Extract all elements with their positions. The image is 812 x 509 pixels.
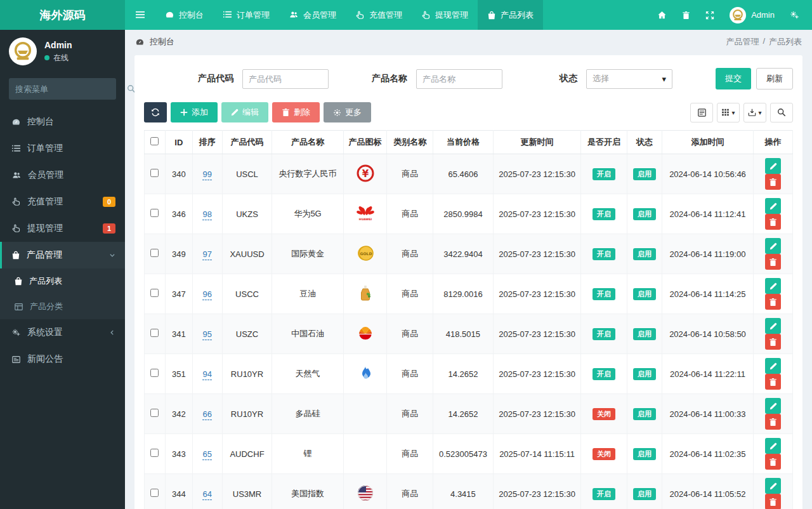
add-button[interactable]: 添加: [171, 102, 218, 122]
row-checkbox[interactable]: [150, 249, 159, 257]
status-select[interactable]: 选择 ▾: [586, 69, 672, 89]
cell-id: 343: [165, 434, 192, 474]
row-delete-button[interactable]: [765, 454, 781, 470]
sort-link[interactable]: 99: [202, 169, 211, 180]
cell-added: 2024-06-14 11:00:33: [662, 394, 753, 434]
status-badge[interactable]: 启用: [633, 448, 656, 460]
select-all-checkbox[interactable]: [150, 137, 159, 145]
row-edit-button[interactable]: [765, 478, 781, 494]
cell-icon: [343, 474, 387, 509]
open-badge[interactable]: 开启: [593, 368, 615, 380]
home-icon[interactable]: [657, 11, 667, 20]
row-delete-button[interactable]: [765, 334, 781, 350]
status-badge[interactable]: 启用: [633, 168, 656, 180]
columns-button[interactable]: ▾: [717, 103, 740, 122]
row-checkbox[interactable]: [150, 369, 159, 377]
row-delete-button[interactable]: [765, 254, 781, 270]
settings-cogs-icon[interactable]: [790, 11, 799, 20]
sidebar-item-4[interactable]: 充值管理0: [0, 188, 125, 215]
sidebar-item-3[interactable]: 会员管理: [0, 162, 125, 188]
pagination-toggle-button[interactable]: [690, 103, 713, 122]
sort-link[interactable]: 66: [202, 409, 211, 420]
reload-button[interactable]: [144, 102, 167, 122]
row-edit-button[interactable]: [765, 238, 781, 254]
row-delete-button[interactable]: [765, 294, 781, 310]
row-checkbox[interactable]: [150, 329, 159, 337]
refresh-button[interactable]: 刷新: [756, 68, 793, 89]
status-badge[interactable]: 启用: [633, 488, 656, 500]
nav-item-5[interactable]: 提现管理: [412, 0, 478, 30]
row-edit-button[interactable]: [765, 358, 781, 374]
trash-icon[interactable]: [682, 11, 690, 20]
user-menu[interactable]: Admin: [730, 7, 775, 23]
submit-button[interactable]: 提交: [716, 68, 751, 89]
sidebar-subitem-2[interactable]: 产品分类: [0, 294, 125, 319]
status-badge[interactable]: 启用: [633, 328, 656, 340]
sidebar-item-6[interactable]: 产品管理: [0, 242, 125, 268]
row-edit-button[interactable]: [765, 438, 781, 454]
product-name-input[interactable]: [416, 69, 502, 89]
row-checkbox[interactable]: [150, 449, 159, 457]
product-code-input[interactable]: [242, 69, 329, 89]
delete-button[interactable]: 删除: [272, 102, 320, 122]
open-badge[interactable]: 开启: [593, 208, 615, 220]
news-icon: [11, 355, 21, 364]
status-badge[interactable]: 启用: [633, 408, 656, 420]
cell-icon: ¥: [343, 154, 387, 194]
sort-link[interactable]: 97: [202, 249, 211, 260]
row-delete-button[interactable]: [765, 374, 781, 390]
row-edit-button[interactable]: [765, 158, 781, 174]
row-checkbox[interactable]: [150, 289, 159, 297]
nav-item-4[interactable]: 充值管理: [346, 0, 412, 30]
row-edit-button[interactable]: [765, 318, 781, 334]
row-edit-button[interactable]: [765, 278, 781, 294]
fullscreen-icon[interactable]: [705, 11, 714, 20]
row-delete-button[interactable]: [765, 214, 781, 230]
sidebar-item-8[interactable]: 新闻公告: [0, 346, 125, 373]
sort-link[interactable]: 65: [202, 449, 211, 460]
nav-item-2[interactable]: 订单管理: [213, 0, 279, 30]
status-badge[interactable]: 启用: [633, 368, 656, 380]
nav-item-6[interactable]: 产品列表: [478, 0, 543, 30]
search-input[interactable]: [15, 84, 127, 94]
row-delete-button[interactable]: [765, 414, 781, 430]
status-badge[interactable]: 启用: [633, 248, 656, 260]
row-edit-button[interactable]: [765, 398, 781, 414]
open-badge[interactable]: 开启: [593, 168, 615, 180]
sidebar-item-1[interactable]: 控制台: [0, 109, 125, 135]
sidebar-subitem-1[interactable]: 产品列表: [0, 268, 125, 294]
open-badge[interactable]: 关闭: [593, 448, 615, 460]
more-button[interactable]: 更多: [324, 102, 371, 122]
row-edit-button[interactable]: [765, 198, 781, 214]
sidebar-toggle-button[interactable]: [125, 0, 155, 30]
open-badge[interactable]: 开启: [593, 288, 615, 300]
sort-link[interactable]: 96: [202, 289, 211, 300]
status-badge[interactable]: 启用: [633, 288, 656, 300]
row-delete-button[interactable]: [765, 494, 781, 509]
open-badge[interactable]: 开启: [593, 248, 615, 260]
sort-link[interactable]: 64: [202, 489, 211, 500]
open-badge[interactable]: 关闭: [593, 408, 615, 420]
row-delete-button[interactable]: [765, 174, 781, 190]
open-badge[interactable]: 开启: [593, 328, 615, 340]
table-search-button[interactable]: [770, 103, 793, 122]
export-button[interactable]: ▾: [743, 103, 766, 122]
sidebar-item-5[interactable]: 提现管理1: [0, 215, 125, 242]
row-checkbox[interactable]: [150, 409, 159, 417]
open-badge[interactable]: 开启: [593, 488, 615, 500]
sidebar-item-2[interactable]: 订单管理: [0, 135, 125, 162]
order-list-icon: [11, 145, 21, 153]
status-badge[interactable]: 启用: [633, 208, 656, 220]
sort-link[interactable]: 98: [202, 209, 211, 220]
breadcrumb-parent[interactable]: 产品管理: [726, 36, 759, 48]
sidebar: Admin 在线 控制台 订单管理 会员管理 充值管理0 提现管理1 产品管理产…: [0, 30, 125, 509]
sort-link[interactable]: 95: [202, 329, 211, 340]
sidebar-item-7[interactable]: 系统设置: [0, 319, 125, 346]
row-checkbox[interactable]: [150, 209, 159, 217]
nav-item-1[interactable]: 控制台: [155, 0, 213, 30]
row-checkbox[interactable]: [150, 169, 159, 177]
sort-link[interactable]: 94: [202, 369, 211, 380]
nav-item-3[interactable]: 会员管理: [279, 0, 346, 30]
edit-button[interactable]: 编辑: [221, 102, 268, 122]
row-checkbox[interactable]: [150, 489, 159, 497]
